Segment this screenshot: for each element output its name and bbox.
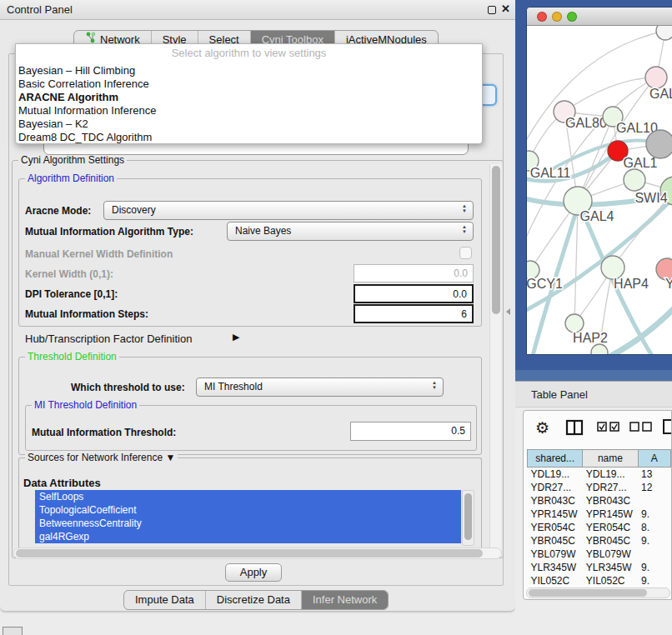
algorithm-dropdown-popup: Select algorithm to view settings Bayesi… xyxy=(15,43,483,144)
network-node-label: Y xyxy=(665,277,672,291)
close-panel-icon[interactable]: ✕ xyxy=(501,2,510,15)
network-node[interactable] xyxy=(624,169,645,191)
minimized-panel-icon[interactable] xyxy=(3,627,23,635)
mi-threshold-label: Mutual Information Threshold: xyxy=(32,427,176,438)
network-node[interactable] xyxy=(645,67,667,88)
hub-expand-arrow-icon[interactable]: ▶ xyxy=(233,332,239,342)
settings-horizontal-scrollbar[interactable] xyxy=(13,548,502,559)
network-node-label: GAL80 xyxy=(565,116,607,130)
mi-threshold-field[interactable]: 0.5 xyxy=(350,422,471,441)
attribute-list-scrollbar-thumb[interactable] xyxy=(464,493,472,540)
mi-steps-field[interactable]: 6 xyxy=(354,304,474,323)
cyni-settings-group-title: Cyni Algorithm Settings xyxy=(18,154,127,166)
algorithm-option[interactable]: ARACNE Algorithm xyxy=(16,91,482,104)
network-node-label: GCY1 xyxy=(527,277,563,291)
data-attributes-list: SelfLoops TopologicalCoefficient Between… xyxy=(35,490,475,546)
algorithm-option[interactable]: Bayesian – K2 xyxy=(16,118,482,131)
table-row[interactable]: YDR27... YDR27... 12 xyxy=(528,481,671,494)
select-all-columns-icon[interactable] xyxy=(597,422,620,432)
cyni-bottom-tab[interactable]: Discretize Data xyxy=(206,591,302,609)
cyni-bottom-tab[interactable]: Infer Network xyxy=(302,591,388,609)
algorithm-option[interactable]: Basic Correlation Inference xyxy=(16,78,482,91)
algorithm-option[interactable]: Dream8 DC_TDC Algorithm xyxy=(16,131,482,144)
unselect-all-columns-icon[interactable] xyxy=(629,422,653,432)
table-panel-titlebar: Table Panel xyxy=(515,381,672,408)
sources-group-title: Sources for Network Inference ▼ xyxy=(25,452,178,463)
control-panel: Control Panel ✕ Network Style Select Cyn… xyxy=(0,0,515,612)
table-body: YDL19... YDL19... 13 YDR27... YDR27... 1… xyxy=(528,468,671,588)
which-threshold-combobox[interactable]: MI Threshold ▲▼ xyxy=(196,378,444,397)
apply-button[interactable]: Apply xyxy=(225,563,282,582)
kernel-width-label: Kernel Width (0,1): xyxy=(25,268,113,280)
float-window-icon[interactable] xyxy=(488,6,496,14)
dpi-tolerance-field[interactable]: 0.0 xyxy=(354,284,474,303)
network-node-label: SWI4 xyxy=(634,191,667,205)
data-attribute-item[interactable]: gal4RGexp xyxy=(35,530,461,543)
mi-threshold-group-title: MI Threshold Definition xyxy=(32,399,139,411)
table-column-header[interactable]: name xyxy=(583,450,638,468)
manual-kernel-width-checkbox[interactable] xyxy=(459,247,472,259)
network-node[interactable] xyxy=(601,256,624,279)
table-header-row: shared... name A xyxy=(528,450,671,468)
data-attribute-item[interactable]: BetweennessCentrality xyxy=(35,517,461,530)
network-node-label: HAP4 xyxy=(614,277,649,291)
table-row[interactable]: YBR045C YBR045C 9. xyxy=(528,534,671,548)
settings-vertical-scrollbar-thumb[interactable] xyxy=(492,166,500,314)
settings-horizontal-scrollbar-thumb[interactable] xyxy=(16,549,483,558)
network-edge[interactable] xyxy=(573,301,672,355)
table-row[interactable]: YBR043C YBR043C xyxy=(528,494,671,508)
aracne-mode-label: Aracne Mode: xyxy=(25,205,91,217)
network-canvas[interactable]: GALGAL80GAL10GAL1GAL11SWI4GAL4GCY1HAP4YH… xyxy=(527,26,672,355)
zoom-traffic-light-icon[interactable] xyxy=(567,12,577,22)
table-panel-title: Table Panel xyxy=(531,388,588,401)
network-canvas-container: GALGAL80GAL10GAL1GAL11SWI4GAL4GCY1HAP4YH… xyxy=(527,26,672,355)
minimize-traffic-light-icon[interactable] xyxy=(552,12,562,22)
network-node[interactable] xyxy=(565,314,584,332)
table-panel-toolbar: ⚙ xyxy=(524,416,671,442)
control-panel-titlebar: Control Panel ✕ xyxy=(0,0,515,20)
table-settings-gear-icon[interactable]: ⚙ xyxy=(535,418,549,438)
network-node[interactable] xyxy=(646,130,672,158)
network-node[interactable] xyxy=(591,344,608,355)
kernel-width-field[interactable]: 0.0 xyxy=(354,264,474,282)
mi-algorithm-type-combobox[interactable]: Naive Bayes ▲▼ xyxy=(227,222,474,241)
table-row[interactable]: YIL052C YIL052C 9. xyxy=(528,574,671,588)
settings-vertical-scrollbar[interactable] xyxy=(489,164,501,554)
dpi-tolerance-label: DPI Tolerance [0,1]: xyxy=(25,288,118,300)
aracne-mode-combobox[interactable]: Discovery ▲▼ xyxy=(103,201,474,220)
network-node-label: GAL1 xyxy=(624,156,658,170)
combo-stepper-icon: ▲▼ xyxy=(462,203,467,213)
data-attribute-item[interactable]: SelfLoops xyxy=(35,490,461,503)
desktop-lower-strip xyxy=(515,370,672,381)
network-node-label: GAL4 xyxy=(580,209,614,223)
panel-divider-handle[interactable] xyxy=(506,308,510,315)
algorithm-option-list: Bayesian – Hill Climbing Basic Correlati… xyxy=(16,64,482,144)
network-view-window: GALGAL80GAL10GAL1GAL11SWI4GAL4GCY1HAP4YH… xyxy=(526,7,672,355)
hub-definition-label: Hub/Transcription Factor Definition xyxy=(25,332,192,345)
network-node[interactable] xyxy=(656,26,672,40)
table-horizontal-scrollbar-thumb[interactable] xyxy=(529,589,647,597)
table-horizontal-scrollbar[interactable] xyxy=(526,588,670,598)
table-row[interactable]: YDL19... YDL19... 13 xyxy=(528,468,671,481)
network-node-label: GAL11 xyxy=(530,166,571,180)
network-window-titlebar[interactable] xyxy=(527,8,672,26)
algorithm-definition-title: Algorithm Definition xyxy=(25,172,117,184)
cyni-bottom-tab[interactable]: Impute Data xyxy=(124,591,206,609)
which-threshold-label: Which threshold to use: xyxy=(71,382,185,393)
table-row[interactable]: YPR145W YPR145W 9. xyxy=(528,508,671,521)
table-column-header[interactable]: shared... xyxy=(528,450,583,468)
table-row[interactable]: YLR345W YLR345W 9. xyxy=(528,561,671,574)
table-row[interactable]: YER054C YER054C 8. xyxy=(528,521,671,534)
table-panel: ⚙ xyxy=(523,410,672,600)
mi-steps-label: Mutual Information Steps: xyxy=(25,308,148,320)
table-row[interactable]: YBL079W YBL079W xyxy=(528,548,671,561)
attribute-list-scrollbar[interactable] xyxy=(462,490,474,546)
data-attribute-item[interactable]: TopologicalCoefficient xyxy=(35,503,461,517)
export-table-icon[interactable] xyxy=(662,418,672,435)
close-traffic-light-icon[interactable] xyxy=(537,12,547,22)
split-columns-icon[interactable] xyxy=(565,419,584,436)
algorithm-option[interactable]: Bayesian – Hill Climbing xyxy=(16,64,482,78)
algorithm-option[interactable]: Mutual Information Inference xyxy=(16,104,482,118)
manual-kernel-width-label: Manual Kernel Width Definition xyxy=(25,248,173,260)
table-column-header[interactable]: A xyxy=(638,450,670,468)
